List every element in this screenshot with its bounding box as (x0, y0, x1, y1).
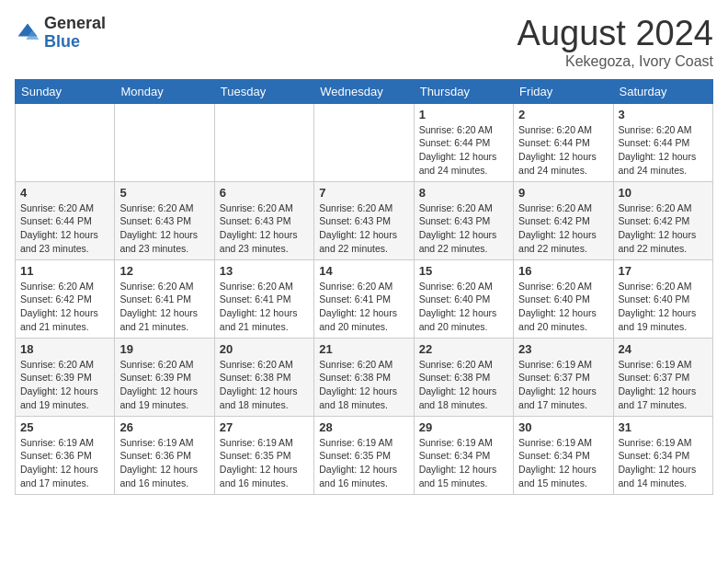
main-title: August 2024 (518, 15, 713, 53)
day-number: 5 (119, 186, 209, 200)
day-number: 10 (619, 186, 708, 200)
day-number: 31 (619, 420, 708, 434)
day-details: Sunrise: 6:20 AM Sunset: 6:39 PM Dayligh… (20, 358, 109, 412)
calendar-cell: 25Sunrise: 6:19 AM Sunset: 6:36 PM Dayli… (16, 416, 115, 494)
day-number: 9 (518, 186, 608, 200)
calendar-cell: 31Sunrise: 6:19 AM Sunset: 6:34 PM Dayli… (613, 416, 712, 494)
calendar-cell: 23Sunrise: 6:19 AM Sunset: 6:37 PM Dayli… (514, 338, 613, 416)
calendar-week-row: 18Sunrise: 6:20 AM Sunset: 6:39 PM Dayli… (16, 338, 713, 416)
day-details: Sunrise: 6:20 AM Sunset: 6:44 PM Dayligh… (20, 201, 109, 256)
calendar-cell: 5Sunrise: 6:20 AM Sunset: 6:43 PM Daylig… (115, 181, 214, 259)
day-details: Sunrise: 6:19 AM Sunset: 6:34 PM Dayligh… (518, 436, 608, 490)
day-number: 4 (20, 186, 109, 200)
weekday-header-cell: Tuesday (214, 79, 313, 103)
logo: General Blue (15, 15, 106, 52)
calendar-cell: 1Sunrise: 6:20 AM Sunset: 6:44 PM Daylig… (414, 103, 513, 181)
calendar-week-row: 11Sunrise: 6:20 AM Sunset: 6:42 PM Dayli… (16, 259, 713, 338)
day-number: 28 (319, 420, 408, 434)
calendar-table: SundayMondayTuesdayWednesdayThursdayFrid… (15, 79, 713, 495)
calendar-body: 1Sunrise: 6:20 AM Sunset: 6:44 PM Daylig… (16, 103, 713, 494)
calendar-cell: 15Sunrise: 6:20 AM Sunset: 6:40 PM Dayli… (414, 259, 513, 338)
calendar-cell: 22Sunrise: 6:20 AM Sunset: 6:38 PM Dayli… (414, 338, 513, 416)
location-subtitle: Kekegoza, Ivory Coast (518, 53, 713, 70)
day-number: 14 (319, 264, 408, 278)
day-details: Sunrise: 6:19 AM Sunset: 6:35 PM Dayligh… (319, 436, 408, 490)
calendar-cell: 7Sunrise: 6:20 AM Sunset: 6:43 PM Daylig… (314, 181, 414, 259)
day-number: 19 (119, 342, 209, 356)
day-number: 23 (518, 342, 608, 356)
title-block: August 2024 Kekegoza, Ivory Coast (518, 15, 713, 70)
day-number: 12 (119, 264, 209, 278)
day-number: 2 (518, 108, 608, 121)
day-details: Sunrise: 6:20 AM Sunset: 6:38 PM Dayligh… (220, 358, 309, 412)
day-number: 22 (419, 342, 508, 356)
day-number: 8 (419, 186, 508, 200)
logo-icon (15, 20, 40, 46)
day-details: Sunrise: 6:20 AM Sunset: 6:43 PM Dayligh… (119, 201, 209, 256)
day-details: Sunrise: 6:20 AM Sunset: 6:41 PM Dayligh… (220, 280, 309, 334)
weekday-header-cell: Wednesday (314, 79, 414, 103)
calendar-cell: 13Sunrise: 6:20 AM Sunset: 6:41 PM Dayli… (214, 259, 313, 338)
day-details: Sunrise: 6:20 AM Sunset: 6:42 PM Dayligh… (619, 201, 708, 256)
calendar-cell: 9Sunrise: 6:20 AM Sunset: 6:42 PM Daylig… (514, 181, 613, 259)
calendar-week-row: 25Sunrise: 6:19 AM Sunset: 6:36 PM Dayli… (16, 416, 713, 494)
calendar-cell: 30Sunrise: 6:19 AM Sunset: 6:34 PM Dayli… (514, 416, 613, 494)
calendar-cell: 16Sunrise: 6:20 AM Sunset: 6:40 PM Dayli… (514, 259, 613, 338)
day-number: 6 (220, 186, 309, 200)
day-number: 13 (220, 264, 309, 278)
day-details: Sunrise: 6:20 AM Sunset: 6:40 PM Dayligh… (518, 280, 608, 334)
day-details: Sunrise: 6:20 AM Sunset: 6:42 PM Dayligh… (518, 201, 608, 256)
calendar-cell: 4Sunrise: 6:20 AM Sunset: 6:44 PM Daylig… (16, 181, 115, 259)
calendar-cell: 11Sunrise: 6:20 AM Sunset: 6:42 PM Dayli… (16, 259, 115, 338)
calendar-cell (214, 103, 313, 181)
day-details: Sunrise: 6:20 AM Sunset: 6:43 PM Dayligh… (419, 201, 508, 256)
calendar-cell: 14Sunrise: 6:20 AM Sunset: 6:41 PM Dayli… (314, 259, 414, 338)
day-details: Sunrise: 6:20 AM Sunset: 6:42 PM Dayligh… (20, 280, 109, 334)
weekday-header-cell: Friday (514, 79, 613, 103)
day-number: 17 (619, 264, 708, 278)
day-details: Sunrise: 6:20 AM Sunset: 6:41 PM Dayligh… (119, 280, 209, 334)
day-details: Sunrise: 6:20 AM Sunset: 6:41 PM Dayligh… (319, 280, 408, 334)
day-details: Sunrise: 6:20 AM Sunset: 6:38 PM Dayligh… (419, 358, 508, 412)
day-number: 25 (20, 420, 109, 434)
day-number: 16 (518, 264, 608, 278)
calendar-cell: 24Sunrise: 6:19 AM Sunset: 6:37 PM Dayli… (613, 338, 712, 416)
calendar-cell: 21Sunrise: 6:20 AM Sunset: 6:38 PM Dayli… (314, 338, 414, 416)
day-details: Sunrise: 6:20 AM Sunset: 6:40 PM Dayligh… (419, 280, 508, 334)
day-number: 26 (119, 420, 209, 434)
calendar-cell: 18Sunrise: 6:20 AM Sunset: 6:39 PM Dayli… (16, 338, 115, 416)
day-number: 11 (20, 264, 109, 278)
day-details: Sunrise: 6:19 AM Sunset: 6:36 PM Dayligh… (20, 436, 109, 490)
day-details: Sunrise: 6:20 AM Sunset: 6:44 PM Dayligh… (619, 123, 708, 178)
calendar-cell (16, 103, 115, 181)
day-number: 18 (20, 342, 109, 356)
calendar-cell: 17Sunrise: 6:20 AM Sunset: 6:40 PM Dayli… (613, 259, 712, 338)
day-details: Sunrise: 6:20 AM Sunset: 6:43 PM Dayligh… (220, 201, 309, 256)
calendar-week-row: 4Sunrise: 6:20 AM Sunset: 6:44 PM Daylig… (16, 181, 713, 259)
calendar-cell: 19Sunrise: 6:20 AM Sunset: 6:39 PM Dayli… (115, 338, 214, 416)
day-number: 1 (419, 108, 508, 121)
day-details: Sunrise: 6:20 AM Sunset: 6:38 PM Dayligh… (319, 358, 408, 412)
weekday-header-cell: Sunday (16, 79, 115, 103)
calendar-cell: 3Sunrise: 6:20 AM Sunset: 6:44 PM Daylig… (613, 103, 712, 181)
day-number: 20 (220, 342, 309, 356)
calendar-cell: 12Sunrise: 6:20 AM Sunset: 6:41 PM Dayli… (115, 259, 214, 338)
day-details: Sunrise: 6:19 AM Sunset: 6:36 PM Dayligh… (119, 436, 209, 490)
weekday-header-cell: Monday (115, 79, 214, 103)
day-number: 24 (619, 342, 708, 356)
calendar-cell: 29Sunrise: 6:19 AM Sunset: 6:34 PM Dayli… (414, 416, 513, 494)
calendar-cell (115, 103, 214, 181)
calendar-cell: 20Sunrise: 6:20 AM Sunset: 6:38 PM Dayli… (214, 338, 313, 416)
calendar-week-row: 1Sunrise: 6:20 AM Sunset: 6:44 PM Daylig… (16, 103, 713, 181)
day-number: 30 (518, 420, 608, 434)
day-details: Sunrise: 6:19 AM Sunset: 6:34 PM Dayligh… (619, 436, 708, 490)
day-details: Sunrise: 6:20 AM Sunset: 6:44 PM Dayligh… (419, 123, 508, 178)
logo-blue-text: Blue (44, 33, 106, 52)
day-number: 3 (619, 108, 708, 121)
weekday-header-cell: Saturday (613, 79, 712, 103)
page-header: General Blue August 2024 Kekegoza, Ivory… (15, 15, 713, 70)
calendar-cell: 6Sunrise: 6:20 AM Sunset: 6:43 PM Daylig… (214, 181, 313, 259)
calendar-cell: 28Sunrise: 6:19 AM Sunset: 6:35 PM Dayli… (314, 416, 414, 494)
day-number: 27 (220, 420, 309, 434)
calendar-cell: 27Sunrise: 6:19 AM Sunset: 6:35 PM Dayli… (214, 416, 313, 494)
